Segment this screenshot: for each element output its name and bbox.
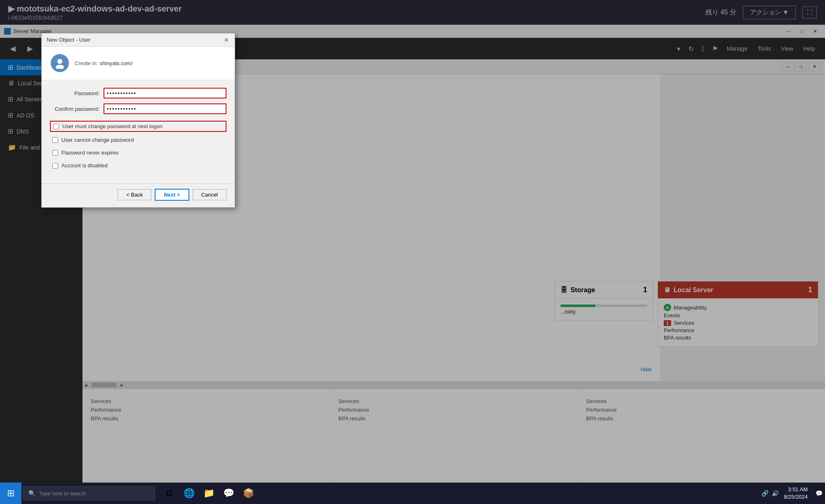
taskbar-explorer[interactable]: 📁	[200, 484, 218, 502]
account-disabled-checkbox[interactable]	[52, 163, 58, 169]
dialog-titlebar: New Object - User ✕	[42, 33, 235, 47]
windows-logo-icon: ⊞	[7, 488, 14, 499]
cb-must-change-row: User must change password at next logon	[50, 121, 226, 132]
taskbar-apps: ⧉ 🌐 📁 💬 📦	[160, 484, 257, 502]
must-change-password-label[interactable]: User must change password at next logon	[62, 123, 163, 129]
cannot-change-password-checkbox[interactable]	[52, 137, 58, 143]
network-icon: 🔗	[761, 490, 768, 497]
taskbar-system-icons: 🔗 🔊	[761, 490, 779, 497]
confirm-password-input[interactable]	[104, 103, 226, 114]
dialog-create-in-label: Create in:	[75, 60, 98, 66]
taskbar-app-5[interactable]: 📦	[239, 484, 257, 502]
dialog-title: New Object - User	[47, 37, 90, 43]
dialog-close-button[interactable]: ✕	[222, 35, 231, 45]
dialog-header: Create in: shinyats.com/	[42, 47, 235, 80]
file-explorer-icon: 📁	[203, 488, 214, 499]
confirm-password-row: Confirm password:	[50, 103, 226, 114]
taskbar-time-display: 3:51 AM 8/25/2024	[784, 486, 808, 501]
cancel-button[interactable]: Cancel	[193, 189, 226, 200]
edge-icon: 🌐	[184, 488, 195, 499]
checkboxes-area: User must change password at next logon …	[50, 121, 226, 170]
time-label: 3:51 AM	[784, 486, 808, 493]
must-change-password-checkbox[interactable]	[53, 124, 59, 129]
cb-cannot-change-row: User cannot change password	[50, 135, 226, 145]
task-view-icon: ⧉	[166, 488, 172, 499]
taskbar-task-view[interactable]: ⧉	[160, 484, 178, 502]
password-input[interactable]	[104, 88, 226, 98]
date-label: 8/25/2024	[784, 493, 808, 501]
app-4-icon: 💬	[223, 488, 234, 499]
account-disabled-label[interactable]: Account is disabled	[61, 162, 108, 169]
dialog-body: Password: Confirm password: User must ch…	[42, 80, 235, 180]
dialog-header-text-area: Create in: shinyats.com/	[75, 59, 132, 67]
search-placeholder: Type here to search	[39, 490, 86, 497]
next-button[interactable]: Next >	[155, 189, 189, 201]
taskbar-app-4[interactable]: 💬	[219, 484, 238, 502]
notification-icon: 💬	[816, 490, 823, 497]
password-never-expires-checkbox[interactable]	[52, 150, 58, 156]
password-never-expires-label[interactable]: Password never expires	[61, 150, 119, 156]
new-object-user-dialog: New Object - User ✕ Create in: shinyats.…	[41, 33, 235, 208]
taskbar-clock: 3:51 AM 8/25/2024	[779, 486, 813, 501]
svg-point-1	[56, 65, 64, 69]
taskbar-search-bar[interactable]: 🔍 Type here to search	[23, 486, 155, 500]
cb-disabled-row: Account is disabled	[50, 161, 226, 170]
dialog-footer: < Back Next > Cancel	[42, 183, 235, 207]
taskbar-edge[interactable]: 🌐	[180, 484, 198, 502]
app-5-icon: 📦	[243, 488, 254, 499]
dialog-create-in-path: shinyats.com/	[100, 60, 132, 66]
taskbar: ⊞ 🔍 Type here to search ⧉ 🌐 📁 💬 📦 🔗 🔊 3:…	[0, 483, 825, 504]
cb-never-expires-row: Password never expires	[50, 148, 226, 157]
svg-point-0	[57, 59, 62, 64]
dialog-user-icon-container	[50, 53, 70, 73]
start-button[interactable]: ⊞	[0, 483, 21, 504]
search-icon: 🔍	[28, 490, 35, 497]
password-label: Password:	[50, 90, 104, 96]
cannot-change-password-label[interactable]: User cannot change password	[61, 137, 134, 143]
volume-icon: 🔊	[772, 490, 779, 497]
confirm-password-label: Confirm password:	[50, 106, 104, 112]
taskbar-notification-button[interactable]: 💬	[813, 483, 825, 504]
user-avatar-icon	[51, 54, 69, 72]
password-row: Password:	[50, 88, 226, 98]
back-button[interactable]: < Back	[118, 189, 151, 200]
